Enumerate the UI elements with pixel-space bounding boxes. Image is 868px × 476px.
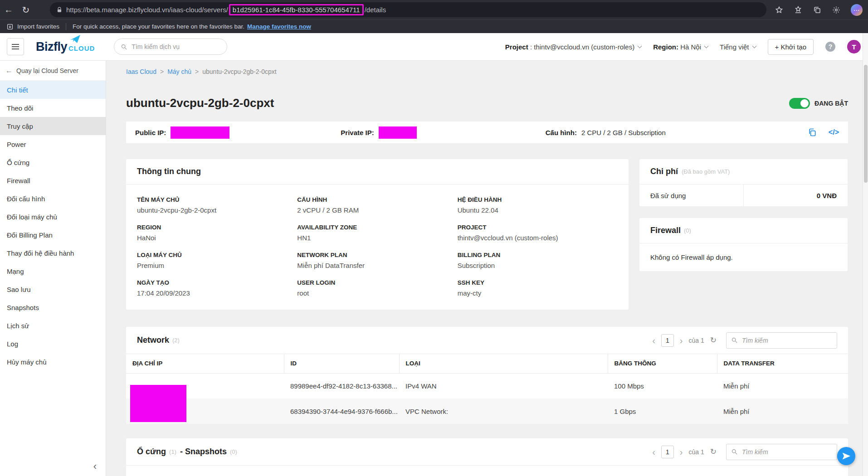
cell-bandwidth: 1 Gbps (608, 398, 717, 424)
sidebar-item-chi-tiet[interactable]: Chi tiết (0, 81, 106, 99)
sidebar-item-sao-luu[interactable]: Sao lưu (0, 280, 106, 298)
next-page-icon[interactable]: › (680, 336, 683, 345)
prev-page-icon[interactable]: ‹ (652, 336, 655, 345)
network-search-input[interactable] (742, 337, 832, 344)
network-card: Network (2) ‹ 1 › của 1 ↻ (126, 327, 848, 424)
info-field: HỆ ĐIỀU HÀNHUbuntu 22.04 (458, 196, 618, 214)
paper-plane-icon (69, 34, 81, 44)
sidebar-item-snapshots[interactable]: Snapshots (0, 298, 106, 316)
table-row[interactable]: 68394390-3744-4e94-9376-f666b... VPC Net… (126, 398, 848, 424)
private-ip-label: Private IP: (341, 129, 374, 136)
collapse-sidebar-icon[interactable]: ‹ (93, 461, 97, 472)
sidebar-item-log[interactable]: Log (0, 335, 106, 353)
bizfly-logo: Bizfly CLOUD (36, 40, 95, 54)
sidebar-item-power[interactable]: Power (0, 135, 106, 153)
sidebar-item-truy-cap[interactable]: Truy cập (0, 117, 106, 135)
info-field: NGÀY TẠO17:04 20/09/2023 (137, 279, 297, 297)
browser-profile-avatar[interactable]: ⋯ (851, 4, 863, 16)
firewall-empty-text: Không có Firewall áp dụng. (639, 243, 848, 271)
support-chat-button[interactable] (837, 447, 855, 465)
cell-transfer: Miễn phí (717, 398, 848, 424)
language-selector[interactable]: Tiếng việt (720, 43, 756, 51)
search-input[interactable] (132, 43, 220, 50)
info-field: REGIONHaNoi (137, 224, 297, 242)
back-to-cloud-server[interactable]: ← Quay lại Cloud Server (0, 61, 106, 81)
sidebar-item-o-cung[interactable]: Ổ cứng (0, 153, 106, 171)
logo-text-primary: Bizfly (36, 40, 67, 54)
sidebar-item-firewall[interactable]: Firewall (0, 171, 106, 189)
sidebar-item-huy-may-chu[interactable]: Hủy máy chủ (0, 353, 106, 371)
region-label: Region: (653, 43, 678, 51)
sidebar-item-lich-su[interactable]: Lịch sử (0, 316, 106, 335)
scrollbar-thumb[interactable] (864, 65, 868, 183)
power-toggle[interactable] (789, 98, 810, 109)
sidebar-item-mang[interactable]: Mạng (0, 262, 106, 280)
general-info-card: Thông tin chung TÊN MÁY CHỦubuntu-2vcpu-… (126, 159, 629, 310)
public-ip-label: Public IP: (135, 129, 166, 136)
sidebar-item-theo-doi[interactable]: Theo dõi (0, 99, 106, 117)
collections-icon[interactable] (813, 5, 822, 15)
refresh-icon[interactable]: ↻ (17, 5, 34, 15)
breadcrumb-iaas-cloud[interactable]: Iaas Cloud (126, 68, 156, 75)
sidebar-item-thay-doi-he-dieu-hanh[interactable]: Thay đổi hệ điều hành (0, 244, 106, 262)
favorites-bar-icon[interactable] (794, 5, 803, 15)
help-icon[interactable]: ? (825, 42, 835, 52)
prev-page-icon[interactable]: ‹ (652, 447, 655, 457)
refresh-icon[interactable]: ↻ (710, 335, 717, 345)
chevron-down-icon (752, 44, 756, 49)
url-prefix: https://beta.manage.bizflycloud.vn/iaas-… (66, 6, 228, 14)
back-icon[interactable]: ← (0, 5, 17, 15)
cell-id: 89989ee4-df92-4182-8c13-63368... (284, 373, 399, 398)
manage-favorites-link[interactable]: Manage favorites now (247, 23, 311, 30)
info-field: USER LOGINroot (297, 279, 457, 297)
sidebar-item-doi-billing-plan[interactable]: Đổi Billing Plan (0, 226, 106, 244)
breadcrumb-separator: > (160, 68, 164, 75)
redacted-public-ip (171, 126, 229, 139)
import-favorites-icon (6, 23, 14, 30)
chevron-down-icon (638, 44, 642, 49)
col-dia-chi-ip: ĐỊA CHỈ IP (126, 354, 284, 373)
toggle-knob (800, 99, 809, 107)
info-field: BILLING PLANSubscription (458, 252, 618, 269)
next-page-icon[interactable]: › (680, 447, 683, 457)
project-selector[interactable]: Project : thintv@vccloud.vn (custom-role… (505, 43, 641, 51)
breadcrumb-separator: > (195, 68, 199, 75)
info-field: LOẠI MÁY CHỦPremium (137, 252, 297, 269)
network-search[interactable] (726, 332, 837, 349)
current-page-box[interactable]: 1 (661, 446, 674, 458)
region-selector[interactable]: Region: Hà Nội (653, 43, 708, 51)
page-title: ubuntu-2vcpu-2gb-2-0cpxt (126, 96, 274, 110)
create-server-button[interactable]: + Khởi tạo (768, 39, 814, 55)
import-favorites-button[interactable]: Import favorites (6, 23, 59, 30)
info-field: CẤU HÌNH2 vCPU / 2 GB RAM (297, 196, 457, 214)
disks-search[interactable] (726, 444, 837, 460)
page-of-label: của 1 (689, 448, 704, 456)
network-title: Network (137, 335, 169, 345)
site-info-lock-icon[interactable] (56, 7, 63, 13)
service-search[interactable] (114, 39, 227, 55)
sidebar-item-doi-cau-hinh[interactable]: Đổi cấu hình (0, 189, 106, 208)
page-scrollbar[interactable] (863, 33, 868, 476)
settings-gear-icon[interactable] (832, 5, 841, 15)
table-row[interactable]: 89989ee4-df92-4182-8c13-63368... IPv4 WA… (126, 373, 848, 398)
send-icon (842, 452, 851, 461)
chevron-down-icon (704, 44, 709, 49)
sidebar-item-doi-loai-may-chu[interactable]: Đổi loại máy chủ (0, 208, 106, 226)
logo-text-secondary: CLOUD (68, 44, 95, 52)
disks-search-input[interactable] (742, 448, 832, 456)
refresh-icon[interactable]: ↻ (710, 447, 717, 457)
project-value: : thintv@vccloud.vn (custom-roles) (530, 43, 634, 51)
hamburger-menu-icon[interactable] (7, 38, 24, 55)
config-value: 2 CPU / 2 GB / Subscription (581, 129, 666, 136)
user-avatar[interactable]: T (847, 40, 861, 53)
redacted-private-ip (379, 126, 417, 139)
copy-icon[interactable] (808, 128, 817, 137)
code-icon[interactable]: </> (829, 128, 839, 136)
cell-bandwidth: 100 Mbps (608, 373, 717, 398)
current-page-box[interactable]: 1 (661, 334, 674, 347)
favorites-star-icon[interactable] (775, 5, 784, 15)
network-table: ĐỊA CHỈ IP ID LOẠI BĂNG THÔNG DATA TRANS… (126, 354, 848, 424)
titlebar-actions: ⋯ (756, 4, 868, 16)
address-bar[interactable]: https://beta.manage.bizflycloud.vn/iaas-… (50, 2, 766, 17)
breadcrumb-may-chu[interactable]: Máy chủ (167, 68, 191, 75)
